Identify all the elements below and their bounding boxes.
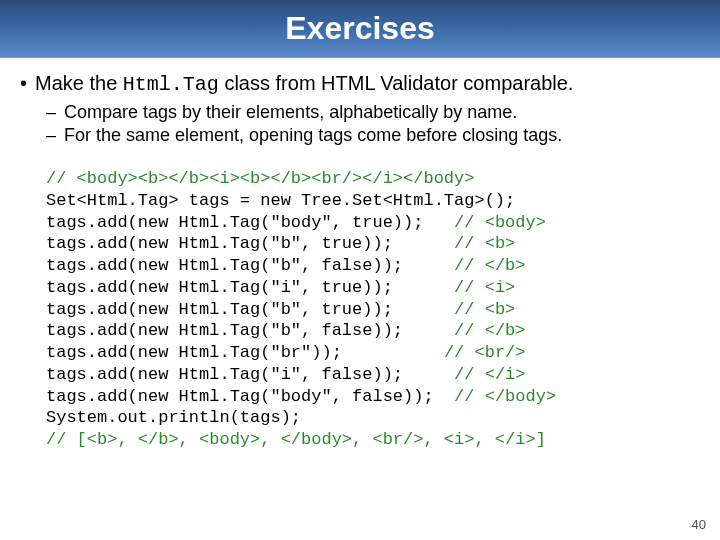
code-line: tags.add(new Html.Tag("body", false)); <box>46 387 434 406</box>
bullet-suffix: class from HTML Validator comparable. <box>219 72 574 94</box>
code-pad <box>434 387 454 406</box>
code-comment: // <body> <box>454 213 546 232</box>
code-pad <box>393 300 454 319</box>
code-line: Set<Html.Tag> tags = new Tree.Set<Html.T… <box>46 191 515 210</box>
code-comment: // </i> <box>454 365 525 384</box>
code-line: System.out.println(tags); <box>46 408 301 427</box>
code-line: tags.add(new Html.Tag("i", false)); <box>46 365 403 384</box>
bullet-sub-2: – For the same element, opening tags com… <box>46 125 710 146</box>
code-comment: // </b> <box>454 256 525 275</box>
code-comment: // </body> <box>454 387 556 406</box>
code-pad <box>393 234 454 253</box>
code-line: tags.add(new Html.Tag("b", false)); <box>46 321 403 340</box>
code-block: // <body><b></b><i><b></b><br/></i></bod… <box>46 168 710 451</box>
slide-content: • Make the Html.Tag class from HTML Vali… <box>0 58 720 451</box>
dash-icon: – <box>46 125 56 146</box>
code-line: tags.add(new Html.Tag("body", true)); <box>46 213 423 232</box>
code-comment: // <b> <box>454 300 515 319</box>
code-pad <box>342 343 444 362</box>
bullet-sub-text: For the same element, opening tags come … <box>64 125 562 146</box>
code-pad <box>393 278 454 297</box>
code-comment: // [<b>, </b>, <body>, </body>, <br/>, <… <box>46 430 546 449</box>
bullet-sub-1: – Compare tags by their elements, alphab… <box>46 102 710 123</box>
code-comment: // <body><b></b><i><b></b><br/></i></bod… <box>46 169 474 188</box>
bullet-code: Html.Tag <box>123 73 219 96</box>
code-pad <box>403 321 454 340</box>
code-line: tags.add(new Html.Tag("b", true)); <box>46 300 393 319</box>
code-line: tags.add(new Html.Tag("i", true)); <box>46 278 393 297</box>
code-pad <box>423 213 454 232</box>
code-line: tags.add(new Html.Tag("b", false)); <box>46 256 403 275</box>
bullet-prefix: Make the <box>35 72 123 94</box>
code-comment: // <br/> <box>444 343 526 362</box>
code-line: tags.add(new Html.Tag("br")); <box>46 343 342 362</box>
code-line: tags.add(new Html.Tag("b", true)); <box>46 234 393 253</box>
code-pad <box>403 256 454 275</box>
bullet-main: • Make the Html.Tag class from HTML Vali… <box>20 72 710 96</box>
code-pad <box>403 365 454 384</box>
dash-icon: – <box>46 102 56 123</box>
code-comment: // <b> <box>454 234 515 253</box>
bullet-dot: • <box>20 72 27 95</box>
bullet-sub-text: Compare tags by their elements, alphabet… <box>64 102 517 123</box>
code-comment: // <i> <box>454 278 515 297</box>
title-bar: Exercises <box>0 0 720 58</box>
code-comment: // </b> <box>454 321 525 340</box>
bullet-main-text: Make the Html.Tag class from HTML Valida… <box>35 72 573 96</box>
page-number: 40 <box>692 517 706 532</box>
slide-title: Exercises <box>285 10 434 47</box>
